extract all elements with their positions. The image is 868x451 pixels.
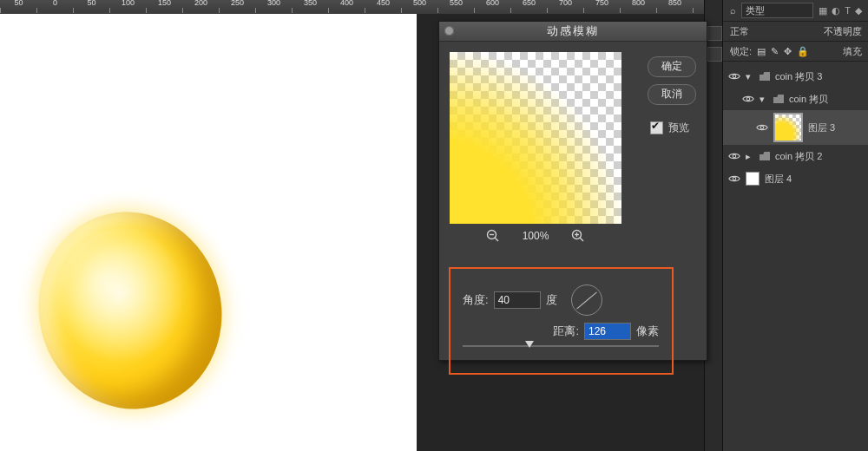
ruler-tick: 350 [292,8,328,13]
ruler-tick: 50 [73,8,109,13]
blend-row: 正常 不透明度 [723,22,868,42]
angle-unit: 度 [546,292,557,308]
layer-row[interactable]: ▸coin 拷贝 2 [723,145,868,167]
layer-thumbnail[interactable] [746,172,760,186]
layer-name[interactable]: coin 拷贝 [789,93,828,106]
preview-label: 预览 [668,121,689,135]
ruler-tick: 450 [365,8,401,13]
disclosure-triangle-icon[interactable]: ▸ [746,151,754,162]
ruler-tick: 100 [109,8,146,13]
ruler-tick: 150 [146,8,182,13]
ruler-tick: 600 [474,8,510,13]
document-canvas[interactable] [0,14,417,451]
distance-label: 距离: [553,324,579,339]
filter-pixel-icon[interactable]: ▦ [819,5,827,16]
filter-shape-icon[interactable]: ◆ [855,5,862,16]
ruler-tick: 300 [255,8,292,13]
disclosure-triangle-icon[interactable]: ▾ [746,71,754,82]
svg-point-11 [733,177,736,180]
ruler-tick: 200 [182,8,219,13]
visibility-eye-icon[interactable] [756,121,768,134]
fill-label[interactable]: 填充 [843,45,862,58]
lock-all-icon[interactable]: 🔒 [797,46,809,57]
zoom-level: 100% [523,230,549,242]
ruler-tick: 550 [437,8,474,13]
preview-checkbox-row[interactable]: 预览 [650,121,689,135]
window-close-icon[interactable] [444,26,454,36]
visibility-eye-icon[interactable] [728,173,740,185]
blur-parameters-highlight: 角度: 度 距离: 像素 [449,267,674,375]
svg-line-4 [580,238,583,241]
lock-row: 锁定: ▤ ✎ ✥ 🔒 填充 [723,42,868,62]
layer-name[interactable]: 图层 4 [765,173,792,186]
svg-line-1 [495,238,498,241]
dialog-title: 动感模糊 [547,24,599,37]
folder-icon [760,72,770,81]
svg-point-7 [733,75,736,78]
right-panels: ⌕ 类型 ▦ ◐ T ◆ 正常 不透明度 锁定: ▤ ✎ ✥ 🔒 填充 ▾coi… [722,0,868,451]
distance-unit: 像素 [636,324,659,339]
layer-filter-bar: ⌕ 类型 ▦ ◐ T ◆ [723,0,868,22]
lock-label: 锁定: [730,45,752,58]
layer-name[interactable]: 图层 3 [808,121,835,134]
lock-brush-icon[interactable]: ✎ [771,46,779,57]
ok-button[interactable]: 确定 [648,56,696,77]
ruler-tick: 0 [36,8,73,13]
layer-row[interactable]: 图层 4 [723,167,868,190]
preview-checkbox[interactable] [650,121,663,134]
ruler-tick: 750 [583,8,620,13]
layer-row[interactable]: ▾coin 拷贝 [723,88,868,110]
filter-text-icon[interactable]: T [845,5,851,16]
layer-thumbnail[interactable] [773,113,803,142]
kind-selector[interactable]: 类型 [741,3,813,18]
disclosure-triangle-icon[interactable]: ▾ [760,94,768,105]
layer-row[interactable]: ▾coin 拷贝 3 [723,65,868,88]
angle-label: 角度: [463,292,489,308]
preview-yellow-blur [450,52,621,224]
zoom-out-icon[interactable] [486,229,500,243]
motion-blur-dialog: 动感模糊 确定 取消 预览 100% 角度: 度 距离: [438,21,707,361]
ruler-tick: 500 [401,8,437,13]
svg-point-10 [733,154,736,158]
distance-slider[interactable] [463,345,659,347]
collapsed-panel-icon[interactable] [707,47,722,62]
dialog-titlebar[interactable]: 动感模糊 [439,22,707,42]
lock-move-icon[interactable]: ✥ [784,46,792,57]
effect-preview[interactable] [450,52,621,224]
svg-point-9 [760,126,764,129]
visibility-eye-icon[interactable] [728,150,740,162]
layers-list: ▾coin 拷贝 3▾coin 拷贝图层 3▸coin 拷贝 2图层 4 [723,62,868,190]
lock-pixels-icon[interactable]: ▤ [757,46,766,57]
ruler-tick: 700 [547,8,583,13]
svg-point-8 [746,97,750,101]
folder-icon [773,95,784,103]
layer-name[interactable]: coin 拷贝 2 [775,150,822,163]
layer-row[interactable]: 图层 3 [723,110,868,145]
kind-selector-label: 类型 [746,4,765,17]
opacity-label[interactable]: 不透明度 [824,25,862,38]
folder-icon [760,152,770,160]
ruler-tick: 400 [328,8,365,13]
horizontal-ruler: 5005010015020025030035040045050055060065… [0,0,722,15]
visibility-eye-icon[interactable] [742,93,754,105]
cancel-button[interactable]: 取消 [648,84,696,105]
ruler-tick: 50 [0,8,36,13]
ruler-tick: 800 [620,8,656,13]
collapsed-panel-icon[interactable] [707,26,722,41]
ruler-tick: 850 [656,8,693,13]
slider-knob[interactable] [525,341,534,348]
visibility-eye-icon[interactable] [728,70,740,82]
filter-adjust-icon[interactable]: ◐ [832,5,840,16]
blend-mode[interactable]: 正常 [730,25,749,38]
angle-input[interactable] [494,291,541,309]
layer-name[interactable]: coin 拷贝 3 [775,70,822,83]
search-icon[interactable]: ⌕ [730,5,736,16]
distance-input[interactable] [584,323,631,340]
ruler-tick: 250 [219,8,255,13]
ruler-tick: 650 [510,8,547,13]
angle-dial[interactable] [571,284,602,316]
zoom-in-icon[interactable] [571,229,585,243]
